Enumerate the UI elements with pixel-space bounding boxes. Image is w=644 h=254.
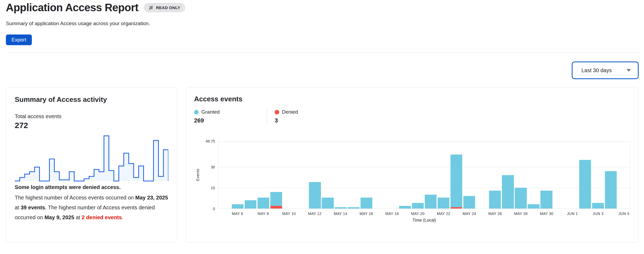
bar-slot[interactable] bbox=[540, 141, 553, 209]
x-tick-cell bbox=[244, 211, 257, 217]
bar-slot[interactable] bbox=[231, 141, 244, 209]
bar-slot[interactable] bbox=[501, 141, 514, 209]
x-tick-cell bbox=[270, 211, 283, 217]
bar-slot[interactable] bbox=[579, 141, 592, 209]
x-tick-label: JUN 5 bbox=[619, 211, 629, 217]
x-tick-cell: JUN 3 bbox=[592, 211, 605, 217]
x-tick-cell: MAY 16 bbox=[360, 211, 373, 217]
y-tick-label: 15 bbox=[211, 185, 215, 191]
granted-bar bbox=[322, 198, 334, 209]
granted-label: Granted bbox=[201, 109, 220, 115]
x-tick-cell bbox=[605, 211, 618, 217]
bar-stack bbox=[232, 204, 244, 209]
time-range-select[interactable]: Last 30 days bbox=[572, 61, 639, 79]
bar-slot[interactable] bbox=[411, 141, 424, 209]
bar-slot[interactable] bbox=[399, 141, 411, 209]
bar-slot[interactable] bbox=[360, 141, 373, 209]
bar-slot[interactable] bbox=[386, 141, 399, 209]
access-events-title: Access events bbox=[194, 95, 630, 103]
bar-slot[interactable] bbox=[514, 141, 527, 209]
x-tick-cell bbox=[399, 211, 411, 217]
bar-stack bbox=[605, 171, 617, 209]
x-tick-cell: MAY 10 bbox=[283, 211, 296, 217]
bar-stack bbox=[361, 198, 372, 209]
x-axis-ticks: MAY 6MAY 8MAY 10MAY 12MAY 14MAY 16MAY 18… bbox=[218, 211, 630, 217]
bar-slot[interactable] bbox=[450, 141, 463, 209]
bar-slot[interactable] bbox=[270, 141, 283, 209]
bar-stack bbox=[335, 207, 346, 209]
granted-bar bbox=[270, 192, 282, 206]
x-tick-cell: MAY 24 bbox=[463, 211, 476, 217]
granted-bar bbox=[592, 203, 604, 209]
bar-slot[interactable] bbox=[617, 141, 630, 209]
granted-bar bbox=[257, 198, 269, 209]
granted-bar bbox=[309, 182, 321, 209]
bar-slot[interactable] bbox=[424, 141, 437, 209]
export-button[interactable]: Export bbox=[6, 34, 32, 45]
peak-denied-count: 2 denied events bbox=[82, 214, 122, 220]
bar-stack bbox=[502, 175, 514, 209]
bar-slot[interactable] bbox=[437, 141, 450, 209]
bar-stack bbox=[438, 198, 449, 209]
granted-bar bbox=[605, 171, 617, 209]
bar-slot[interactable] bbox=[244, 141, 257, 209]
bar-plot bbox=[218, 141, 630, 209]
granted-bar bbox=[335, 207, 346, 209]
bar-stack bbox=[450, 155, 462, 209]
x-tick-cell bbox=[321, 211, 334, 217]
denied-message: Some login attempts were denied access. bbox=[15, 184, 168, 190]
denied-bar bbox=[270, 206, 282, 209]
granted-bar bbox=[489, 191, 501, 209]
x-tick-label: MAY 12 bbox=[308, 211, 321, 217]
bar-slot[interactable] bbox=[296, 141, 308, 209]
plot-column: MAY 6MAY 8MAY 10MAY 12MAY 14MAY 16MAY 18… bbox=[218, 141, 630, 223]
granted-bar bbox=[245, 200, 256, 209]
x-tick-label: MAY 14 bbox=[334, 211, 347, 217]
chart-legend: Granted 269 Denied 3 bbox=[194, 109, 630, 124]
bar-slot[interactable] bbox=[257, 141, 270, 209]
bar-slot[interactable] bbox=[373, 141, 386, 209]
granted-bar bbox=[579, 160, 591, 209]
bar-slot[interactable] bbox=[592, 141, 604, 209]
x-tick-label: MAY 26 bbox=[488, 211, 502, 217]
x-tick-cell: MAY 26 bbox=[489, 211, 502, 217]
granted-bar bbox=[540, 191, 552, 209]
x-tick-cell: JUN 1 bbox=[566, 211, 579, 217]
bar-slot[interactable] bbox=[604, 141, 617, 209]
bar-slot[interactable] bbox=[321, 141, 334, 209]
bar-slot[interactable] bbox=[283, 141, 296, 209]
y-tick-label: 48.75 bbox=[206, 138, 215, 144]
bar-slot[interactable] bbox=[347, 141, 360, 209]
x-tick-label: MAY 16 bbox=[359, 211, 373, 217]
y-axis-ticks: 48.7530150 bbox=[201, 141, 218, 209]
granted-bar bbox=[502, 175, 514, 209]
x-tick-cell bbox=[296, 211, 308, 217]
legend-denied: Denied 3 bbox=[267, 109, 298, 124]
bar-stack bbox=[540, 191, 552, 209]
x-tick-cell: MAY 18 bbox=[386, 211, 399, 217]
bar-slot[interactable] bbox=[488, 141, 501, 209]
bar-slot[interactable] bbox=[334, 141, 347, 209]
denied-label: Denied bbox=[282, 109, 298, 115]
bar-stack bbox=[579, 160, 591, 209]
bar-chart: Events 48.7530150 MAY 6MAY 8MAY 10MAY 12… bbox=[194, 141, 630, 223]
x-tick-cell: MAY 14 bbox=[334, 211, 347, 217]
peak-denied-date: May 9, 2025 bbox=[44, 214, 74, 220]
x-tick-cell bbox=[527, 211, 540, 217]
sparkline-chart bbox=[15, 135, 168, 182]
read-only-label: READ ONLY bbox=[156, 5, 180, 10]
granted-bar bbox=[515, 188, 526, 209]
bar-stack bbox=[592, 203, 604, 209]
x-tick-cell: MAY 6 bbox=[231, 211, 244, 217]
legend-granted: Granted 269 bbox=[194, 109, 267, 124]
bar-slot[interactable] bbox=[566, 141, 579, 209]
bar-stack bbox=[270, 192, 282, 209]
bar-slot[interactable] bbox=[476, 141, 488, 209]
bar-slot[interactable] bbox=[308, 141, 321, 209]
bar-slot[interactable] bbox=[527, 141, 540, 209]
bar-slot[interactable] bbox=[463, 141, 476, 209]
bar-slot[interactable] bbox=[553, 141, 566, 209]
bar-slot[interactable] bbox=[218, 141, 231, 209]
read-only-badge: READ ONLY bbox=[144, 3, 185, 12]
x-tick-cell bbox=[579, 211, 592, 217]
